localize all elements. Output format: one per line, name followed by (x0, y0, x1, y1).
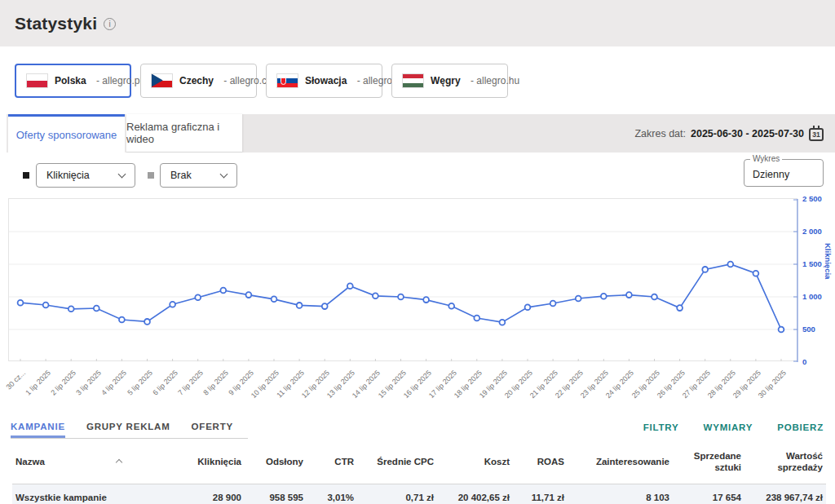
country-name: Słowacja (305, 75, 347, 86)
metric-select-value: Kliknięcia (46, 170, 90, 181)
column-header-odsłony[interactable]: Odsłony (245, 439, 307, 484)
chevron-down-icon (220, 170, 228, 179)
chevron-down-icon (118, 170, 126, 179)
clicks-line-chart: 05001 0001 5002 0002 500 Kliknięcia 30 c… (0, 198, 835, 408)
report-tab-oferty[interactable]: OFERTY (192, 417, 233, 438)
campaign-stats-table: NazwaKliknięciaOdsłonyCTRŚrednie CPCKosz… (12, 439, 826, 504)
y-tick-label: 2 500 (802, 194, 822, 203)
y-tick-label: 1 000 (802, 292, 822, 301)
page-title: Statystyki (15, 14, 97, 33)
calendar-icon[interactable]: 31 (809, 128, 824, 141)
table-cell: 8 103 (568, 484, 673, 504)
country-name: Polska (55, 75, 86, 86)
table-row: Wszystkie kampanie28 900958 5953,01%0,71… (12, 484, 826, 504)
flag-hu-icon (403, 74, 423, 87)
report-section: KAMPANIEGRUPY REKLAMOFERTY FILTRYWYMIARY… (0, 411, 835, 504)
tab-label: Oferty sponsorowane (16, 129, 117, 141)
country-selector: Polska - allegro.plCzechy - allegro.czSł… (0, 46, 835, 114)
table-cell: 17 654 (673, 484, 744, 504)
country-domain: - allegro.hu (468, 75, 519, 86)
report-tabs: KAMPANIEGRUPY REKLAMOFERTY (11, 417, 248, 439)
compare-select[interactable]: Brak (160, 163, 237, 188)
chart-y-axis: 05001 0001 5002 0002 500 (802, 198, 827, 361)
tab-reklama-graficzna[interactable]: Reklama graficzna i wideo (126, 114, 242, 153)
country-name: Czechy (179, 75, 214, 86)
table-cell: 3,01% (307, 484, 357, 504)
chart-controls: Kliknięcia Brak Wykres Dzienny (0, 153, 835, 198)
y-tick-label: 1 500 (802, 259, 822, 268)
country-name: Węgry (431, 75, 461, 86)
country-domain: - allegro.pl (94, 75, 142, 86)
page-header: Statystyki i (0, 0, 835, 46)
country-button-sk[interactable]: Słowacja - allegro.sk (266, 64, 382, 98)
metric-select[interactable]: Kliknięcia (36, 163, 135, 188)
compare-series-swatch (148, 172, 154, 179)
country-button-cz[interactable]: Czechy - allegro.cz (140, 64, 257, 98)
country-button-pl[interactable]: Polska - allegro.pl (15, 64, 131, 98)
country-domain: - allegro.cz (221, 75, 272, 86)
column-header-kliknięcia[interactable]: Kliknięcia (188, 439, 245, 484)
table-cell: 238 967,74 zł (744, 484, 826, 504)
flag-sk-icon (277, 74, 298, 87)
date-range-picker[interactable]: Zakres dat: 2025-06-30 - 2025-07-30 31 (634, 114, 824, 153)
interval-select-label: Wykres (750, 154, 782, 163)
date-range-value: 2025-06-30 - 2025-07-30 (691, 128, 804, 139)
chart-interval-select[interactable]: Wykres Dzienny (744, 159, 824, 187)
column-header-średnie-cpc[interactable]: Średnie CPC (357, 439, 437, 484)
chart-x-axis: 30 cz...1 lip 20252 lip 20253 lip 20254 … (8, 361, 797, 407)
tab-oferty-sponsorowane[interactable]: Oferty sponsorowane (8, 114, 125, 153)
metric-series-swatch (23, 172, 29, 179)
table-cell: 0,71 zł (357, 484, 437, 504)
column-header-zainteresowanie[interactable]: Zainteresowanie (568, 439, 673, 484)
action-wymiary[interactable]: WYMIARY (704, 422, 753, 432)
table-cell: 28 900 (188, 484, 245, 504)
table-cell: 958 595 (245, 484, 307, 504)
tab-label: Reklama graficzna i wideo (126, 121, 242, 145)
date-range-label: Zakres dat: (634, 128, 686, 139)
column-header-koszt[interactable]: Koszt (437, 439, 513, 484)
flag-pl-icon (27, 74, 47, 87)
column-header-wartość-sprzedaży[interactable]: Wartość sprzedaży (744, 439, 826, 484)
flag-cz-icon (152, 74, 172, 87)
interval-select-value: Dzienny (753, 169, 789, 180)
column-header-nazwa[interactable]: Nazwa (12, 439, 188, 484)
compare-select-value: Brak (170, 170, 192, 181)
chart-svg (9, 199, 798, 362)
info-icon[interactable]: i (104, 18, 116, 30)
chart-y-axis-title: Kliknięcia (824, 243, 833, 279)
report-tab-kampanie[interactable]: KAMPANIE (11, 417, 65, 438)
table-cell: 11,71 zł (513, 484, 568, 504)
column-header-sprzedane-sztuki[interactable]: Sprzedane sztuki (673, 439, 744, 484)
action-pobierz[interactable]: POBIERZ (777, 422, 824, 432)
table-cell: 20 402,65 zł (437, 484, 513, 504)
country-button-hu[interactable]: Węgry - allegro.hu (391, 64, 508, 98)
main-tabs: Oferty sponsorowane Reklama graficzna i … (7, 114, 835, 153)
table-cell: Wszystkie kampanie (12, 484, 188, 504)
y-tick-label: 0 (802, 357, 806, 366)
action-filtry[interactable]: FILTRY (643, 422, 679, 432)
report-actions: FILTRYWYMIARYPOBIERZ (643, 422, 824, 432)
sort-asc-icon[interactable] (116, 459, 122, 466)
y-tick-label: 500 (802, 325, 815, 334)
y-tick-label: 2 000 (802, 227, 822, 236)
report-tab-grupy-reklam[interactable]: GRUPY REKLAM (86, 417, 170, 438)
column-header-ctr[interactable]: CTR (307, 439, 357, 484)
chart-plot-area (8, 198, 797, 361)
column-header-roas[interactable]: ROAS (513, 439, 568, 484)
